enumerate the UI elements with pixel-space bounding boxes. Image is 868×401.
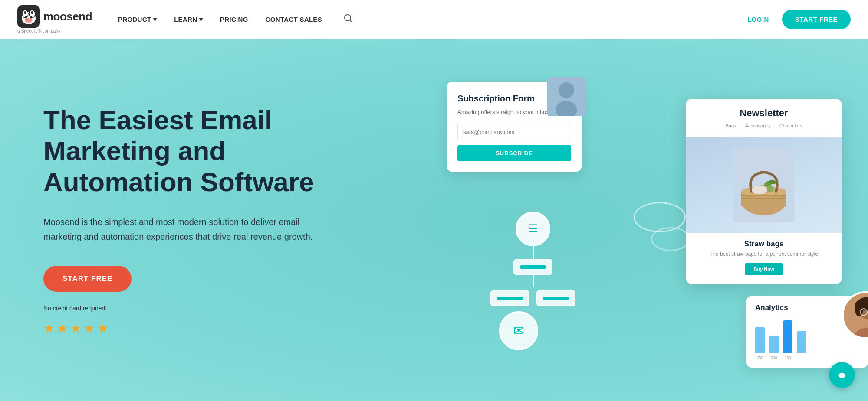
flow-connector-2 xyxy=(533,275,534,287)
subscription-form-image xyxy=(547,77,586,116)
svg-point-9 xyxy=(25,16,27,19)
svg-point-26 xyxy=(767,186,774,192)
nav-pricing[interactable]: PRICING xyxy=(220,16,248,23)
analytics-label-3: 250 xyxy=(783,355,792,360)
analytics-card: Analytics 750 500 250 xyxy=(746,296,868,368)
analytics-label-4 xyxy=(797,355,806,360)
subscription-form-card: Subscription Form Amazing offers straigh… xyxy=(447,82,582,172)
svg-point-25 xyxy=(752,186,767,194)
flow-box-1 xyxy=(513,259,552,275)
analytics-labels: 750 500 250 xyxy=(755,355,859,360)
analytics-bar-3 xyxy=(783,320,792,353)
flow-box-3 xyxy=(536,290,575,306)
start-free-button[interactable]: START FREE xyxy=(782,10,851,29)
email-circle: ✉ xyxy=(499,311,538,350)
newsletter-title: Newsletter xyxy=(696,108,832,119)
newsletter-nav: Bags Accessories Contact us xyxy=(696,123,832,133)
logo-text: moosend xyxy=(43,10,92,23)
buy-now-button[interactable]: Buy Now xyxy=(745,263,783,275)
newsletter-nav-bags[interactable]: Bags xyxy=(726,123,736,128)
star-1: ★ xyxy=(43,321,54,336)
analytics-label-2: 500 xyxy=(769,355,779,360)
oval-decoration-2 xyxy=(651,227,690,251)
flow-box-1-bar xyxy=(520,265,546,269)
moosend-logo-icon xyxy=(17,5,40,28)
no-credit-card-text: No credit card required! xyxy=(43,305,347,312)
svg-point-7 xyxy=(26,19,28,21)
star-4: ★ xyxy=(84,321,95,336)
analytics-bar-1 xyxy=(755,327,765,353)
svg-point-41 xyxy=(842,375,844,376)
hero-description: Moosend is the simplest and most modern … xyxy=(43,215,321,244)
flow-box-2 xyxy=(490,290,529,306)
newsletter-product-description: The best straw bags for a perfect summer… xyxy=(696,251,832,257)
star-rating: ★ ★ ★ ★ ★ xyxy=(43,321,347,336)
newsletter-nav-contact[interactable]: Contact us xyxy=(779,123,802,128)
flow-connector-1 xyxy=(533,246,534,259)
hero-section: The Easiest Email Marketing and Automati… xyxy=(0,39,868,401)
hero-title: The Easiest Email Marketing and Automati… xyxy=(43,104,347,197)
svg-point-4 xyxy=(24,11,26,14)
dot-pattern-decoration xyxy=(629,56,716,145)
nav-right: LOGIN START FREE xyxy=(747,10,851,29)
newsletter-body: Straw bags The best straw bags for a per… xyxy=(686,233,842,284)
svg-point-16 xyxy=(559,82,574,98)
subscribe-button[interactable]: SUBSCRIBE xyxy=(457,145,571,161)
nav-learn[interactable]: LEARN ▾ xyxy=(174,16,203,23)
login-button[interactable]: LOGIN xyxy=(747,16,769,23)
analytics-label-1: 750 xyxy=(755,355,765,360)
flow-boxes-row xyxy=(490,290,575,306)
automation-flow: ☰ xyxy=(490,212,575,306)
logo-area[interactable]: moosend a Sitecore® company xyxy=(17,5,92,33)
flow-start-circle: ☰ xyxy=(516,212,550,246)
star-5: ★ xyxy=(97,321,108,336)
analytics-bar-4 xyxy=(797,331,806,353)
chat-button[interactable] xyxy=(829,362,855,388)
nav-product[interactable]: PRODUCT ▾ xyxy=(118,16,157,23)
svg-point-32 xyxy=(855,300,863,316)
flow-start-icon: ☰ xyxy=(528,222,538,235)
search-icon[interactable] xyxy=(344,14,352,25)
newsletter-nav-accessories[interactable]: Accessories xyxy=(745,123,771,128)
flow-box-3-bar xyxy=(543,297,569,300)
email-icon: ✉ xyxy=(513,323,524,338)
basket-icon xyxy=(733,148,794,222)
star-3: ★ xyxy=(70,321,81,336)
svg-line-12 xyxy=(350,20,352,23)
svg-point-10 xyxy=(30,16,33,19)
logo-sub: a Sitecore® company xyxy=(17,29,61,33)
newsletter-product-image xyxy=(686,137,842,233)
newsletter-product-title: Straw bags xyxy=(696,240,832,248)
nav-links: PRODUCT ▾ LEARN ▾ PRICING CONTACT SALES xyxy=(118,14,747,25)
hero-left: The Easiest Email Marketing and Automati… xyxy=(43,104,347,336)
svg-point-6 xyxy=(25,18,33,23)
navbar: moosend a Sitecore® company PRODUCT ▾ LE… xyxy=(0,0,868,39)
svg-point-5 xyxy=(31,11,33,14)
svg-point-39 xyxy=(838,373,845,378)
sub-form-email-input[interactable] xyxy=(457,124,571,140)
star-2: ★ xyxy=(57,321,68,336)
hero-cta-button[interactable]: START FREE xyxy=(43,266,132,292)
analytics-bar-2 xyxy=(769,336,779,353)
svg-point-40 xyxy=(841,375,842,376)
svg-point-8 xyxy=(30,19,31,21)
svg-rect-14 xyxy=(629,56,716,143)
flow-box-2-bar xyxy=(497,297,523,300)
nav-contact-sales[interactable]: CONTACT SALES xyxy=(266,16,322,23)
